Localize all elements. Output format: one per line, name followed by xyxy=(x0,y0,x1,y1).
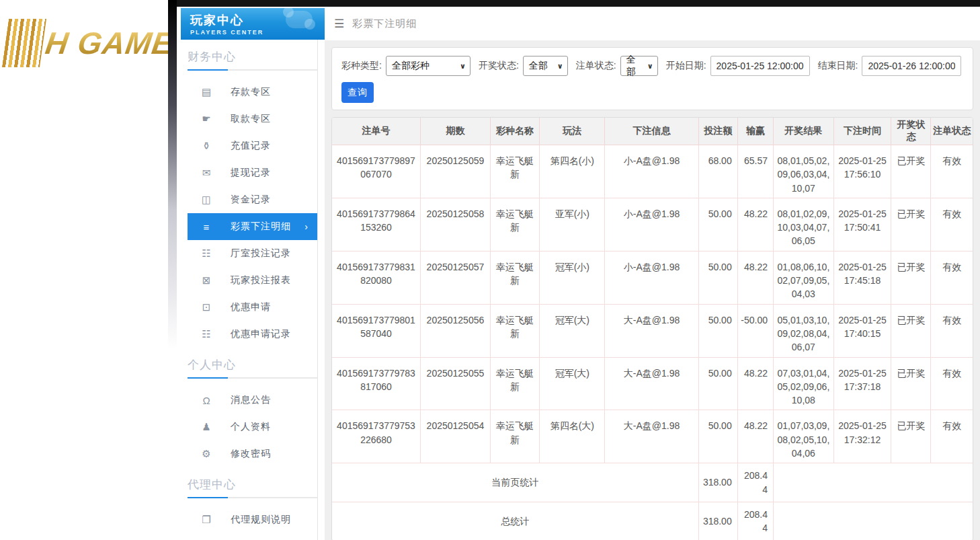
cell-draw-status: 已开奖 xyxy=(891,410,931,463)
cell-bet-info: 大-A盘@1.98 xyxy=(605,304,698,357)
sidebar-nav: 财务中心▤存款专区›☛取款专区›⚱充值记录›✉提现记录›◫资金记录›≡彩票下注明… xyxy=(177,40,318,540)
logo-panel: H GAME xyxy=(0,0,172,540)
main-topbar: ☰ 彩票下注明细 xyxy=(325,7,980,40)
sidebar-item-gear[interactable]: ⚙修改密码› xyxy=(188,440,317,467)
sidebar-item-withdraw-hand[interactable]: ☛取款专区› xyxy=(188,106,317,132)
bell-icon: Ω xyxy=(200,395,213,406)
sidebar-item-promo-apply[interactable]: ⊡优惠申请› xyxy=(188,294,317,321)
table-row: 40156917377989706707020250125059幸运飞艇新第四名… xyxy=(332,145,973,198)
cell-lottery: 幸运飞艇新 xyxy=(490,251,539,304)
cell-bet-time: 2025-01-25 17:32:12 xyxy=(833,410,891,463)
summary-row: 当前页统计318.00208.44 xyxy=(332,463,973,502)
draw-status-value: 全部 xyxy=(529,60,548,72)
draw-status-label: 开奖状态: xyxy=(479,60,519,72)
cell-win-loss: 48.22 xyxy=(737,198,773,251)
order-status-select[interactable]: 全部 ∨ xyxy=(620,56,658,76)
section-underline xyxy=(188,377,318,379)
end-date-input[interactable] xyxy=(862,56,961,76)
cell-win-loss: 65.57 xyxy=(737,145,773,198)
cell-bet-info: 小-A盘@1.98 xyxy=(605,251,698,304)
cell-bet-time: 2025-01-25 17:50:41 xyxy=(833,198,891,251)
cell-result: 07,03,01,04,05,02,09,06,10,08 xyxy=(774,357,834,410)
sidebar-item-team-stats[interactable]: ▦代理团队统计› xyxy=(188,533,317,540)
chevron-down-icon: ∨ xyxy=(460,62,466,71)
cell-win-loss: 48.22 xyxy=(737,410,773,463)
draw-status-select[interactable]: 全部 ∨ xyxy=(523,56,568,76)
cell-amount: 50.00 xyxy=(698,304,737,357)
top-black-bar xyxy=(168,0,980,7)
cell-result: 08,01,05,02,09,06,03,04,10,07 xyxy=(774,145,834,198)
sidebar-item-label: 厅室投注记录 xyxy=(231,247,291,260)
column-header: 玩法 xyxy=(540,118,605,145)
summary-empty xyxy=(774,502,973,540)
cell-order-status: 有效 xyxy=(931,198,973,251)
table-header-row: 注单号期数彩种名称玩法下注信息投注额输赢开奖结果下注时间开奖状态注单状态 xyxy=(332,118,973,145)
funds-record-icon: ◫ xyxy=(200,194,213,206)
main-area: ☰ 彩票下注明细 彩种类型: 全部彩种 ∨ 开奖状态: 全部 ∨ 注单状态: xyxy=(325,7,980,540)
summary-amount: 318.00 xyxy=(698,502,737,540)
cell-order-no: 401569173779864153260 xyxy=(332,198,421,251)
cell-period: 20250125056 xyxy=(421,304,491,357)
wallet-icon: ✉ xyxy=(200,167,213,179)
lottery-type-value: 全部彩种 xyxy=(392,60,430,72)
start-date-input[interactable] xyxy=(710,56,810,76)
sidebar-item-player-report[interactable]: ⊠玩家投注报表› xyxy=(188,267,317,294)
lottery-type-select[interactable]: 全部彩种 ∨ xyxy=(386,56,471,76)
players-center-header: 玩家中心 PLAYERS CENTER xyxy=(181,8,325,40)
sidebar-item-deposit-card[interactable]: ▤存款专区› xyxy=(188,79,317,106)
page-title: 彩票下注明细 xyxy=(352,17,417,30)
cell-period: 20250125059 xyxy=(421,145,491,198)
cell-draw-status: 已开奖 xyxy=(891,145,931,198)
sidebar-item-lottery-bet-detail[interactable]: ≡彩票下注明细› xyxy=(188,213,317,240)
cell-result: 08,01,02,09,10,03,04,07,06,05 xyxy=(774,198,834,251)
query-button[interactable]: 查询 xyxy=(341,82,374,103)
deposit-card-icon: ▤ xyxy=(200,86,213,98)
logo-stripes-icon xyxy=(2,19,46,67)
cell-bet-info: 小-A盘@1.98 xyxy=(605,145,698,198)
filter-panel: 彩种类型: 全部彩种 ∨ 开奖状态: 全部 ∨ 注单状态: 全部 ∨ xyxy=(331,47,973,110)
cell-lottery: 幸运飞艇新 xyxy=(490,145,539,198)
cell-order-no: 401569173779831820080 xyxy=(332,251,421,304)
logo: H GAME xyxy=(2,19,172,67)
summary-amount: 318.00 xyxy=(698,463,737,502)
menu-toggle-icon[interactable]: ☰ xyxy=(334,17,344,31)
bets-table: 注单号期数彩种名称玩法下注信息投注额输赢开奖结果下注时间开奖状态注单状态4015… xyxy=(332,118,973,540)
sidebar-item-profile[interactable]: ♟个人资料› xyxy=(188,414,317,440)
sidebar-item-bell[interactable]: Ω消息公告› xyxy=(188,387,317,414)
column-header: 彩种名称 xyxy=(490,118,539,145)
gamepad-watermark-icon xyxy=(286,11,313,28)
sidebar-item-label: 代理规则说明 xyxy=(231,514,291,526)
sidebar-item-label: 优惠申请记录 xyxy=(231,328,291,340)
promo-record-icon: ☷ xyxy=(200,328,213,340)
cell-play: 冠军(大) xyxy=(540,357,605,410)
sidebar-item-funds-record[interactable]: ◫资金记录› xyxy=(188,186,317,213)
sidebar-section-title: 个人中心 xyxy=(188,357,317,373)
cell-order-no: 401569173779753226680 xyxy=(332,410,421,463)
player-report-icon: ⊠ xyxy=(200,274,213,286)
column-header: 下注时间 xyxy=(833,118,891,145)
sidebar-item-label: 提现记录 xyxy=(231,167,271,179)
cell-order-no: 401569173779801587040 xyxy=(332,304,421,357)
chevron-down-icon: ∨ xyxy=(557,62,563,71)
lottery-bet-detail-icon: ≡ xyxy=(200,221,213,233)
sidebar-item-wallet[interactable]: ✉提现记录› xyxy=(188,159,317,186)
summary-win-loss: 208.44 xyxy=(737,463,773,502)
sidebar-item-hall-bet-record[interactable]: ☷厅室投注记录› xyxy=(188,240,317,267)
cell-win-loss: -50.00 xyxy=(737,304,773,357)
summary-row: 总统计318.00208.44 xyxy=(332,502,973,540)
sidebar-section-title: 财务中心 xyxy=(188,49,317,65)
sidebar-item-document[interactable]: ❐代理规则说明› xyxy=(188,506,317,533)
cell-result: 01,07,03,09,08,02,05,10,04,06 xyxy=(774,410,834,463)
section-underline xyxy=(188,69,318,71)
sidebar-item-money-bag[interactable]: ⚱充值记录› xyxy=(188,132,317,159)
sidebar-item-label: 彩票下注明细 xyxy=(231,221,291,233)
cell-draw-status: 已开奖 xyxy=(891,251,931,304)
sidebar-subtitle: PLAYERS CENTER xyxy=(190,29,325,36)
cell-amount: 50.00 xyxy=(698,357,737,410)
sidebar-item-label: 资金记录 xyxy=(231,194,271,206)
cell-bet-time: 2025-01-25 17:45:18 xyxy=(833,251,891,304)
sidebar-item-promo-record[interactable]: ☷优惠申请记录› xyxy=(188,321,317,348)
cell-draw-status: 已开奖 xyxy=(891,304,931,357)
column-header: 投注额 xyxy=(698,118,737,145)
cell-draw-status: 已开奖 xyxy=(891,357,931,410)
